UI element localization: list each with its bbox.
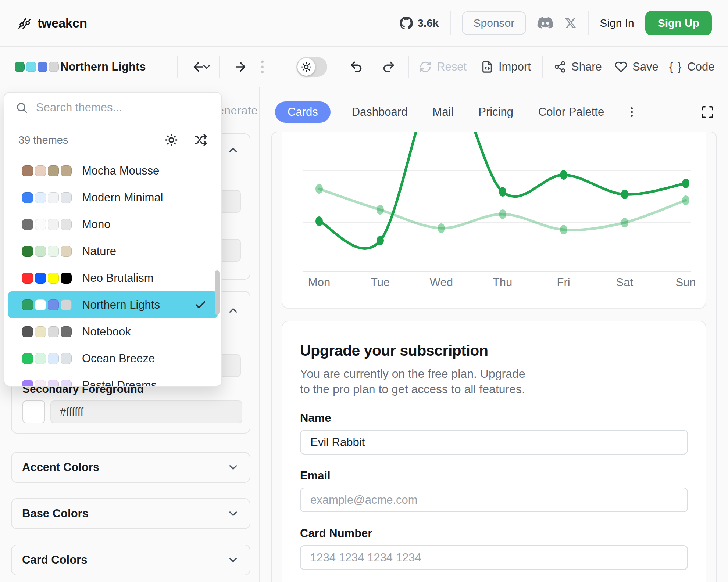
theme-swatches [22, 219, 72, 230]
secondary-foreground-swatch[interactable] [22, 400, 45, 423]
x-twitter-icon[interactable] [564, 17, 577, 29]
theme-name: Nature [82, 245, 212, 258]
theme-color-swatch [61, 219, 72, 230]
theme-color-swatch [35, 326, 46, 337]
save-button[interactable]: Save [615, 60, 659, 73]
tweakcn-app: tweakcn 3.6k Sponsor [0, 0, 728, 582]
tab-mail[interactable]: Mail [429, 101, 457, 123]
chevron-down-icon [227, 461, 239, 474]
theme-color-swatch [35, 165, 46, 176]
theme-color-swatch [61, 192, 72, 203]
toolbar-divider [177, 56, 178, 78]
theme-color-swatch [61, 246, 72, 257]
share-button[interactable]: Share [554, 60, 602, 73]
email-field[interactable] [300, 488, 688, 512]
theme-list-item[interactable]: Pastel Dreams [8, 372, 218, 387]
theme-color-swatch [35, 353, 46, 364]
name-field[interactable] [300, 430, 688, 455]
collapse-section-button[interactable] [227, 144, 239, 156]
theme-color-swatch [38, 62, 47, 72]
upgrade-description: You are currently on the free plan. Upgr… [300, 366, 688, 397]
theme-color-swatch [48, 273, 59, 284]
random-theme-button[interactable] [194, 133, 207, 147]
light-mode-filter-button[interactable] [165, 133, 178, 147]
github-star-count: 3.6k [417, 17, 439, 29]
redo-button[interactable] [382, 60, 396, 74]
theme-swatches [22, 380, 72, 387]
theme-list-item[interactable]: Northern Lights [8, 291, 218, 318]
svg-text:Sun: Sun [675, 276, 696, 289]
undo-icon [349, 60, 363, 74]
app-title: tweakcn [38, 16, 87, 30]
collapse-section-button[interactable] [227, 304, 239, 317]
svg-text:Fri: Fri [557, 276, 570, 289]
discord-icon[interactable] [537, 17, 553, 29]
theme-swatches [22, 246, 72, 257]
line-chart: MonTueWedThuFriSatSun [282, 132, 707, 308]
section-accent-colors[interactable]: Accent Colors [11, 452, 250, 483]
dropdown-scrollbar-thumb[interactable] [215, 270, 220, 315]
theme-swatches [22, 326, 72, 337]
theme-swatches [22, 299, 72, 310]
secondary-foreground-input[interactable]: #ffffff [50, 400, 242, 423]
theme-list-item[interactable]: Ocean Breeze [8, 345, 218, 372]
theme-color-swatch [35, 273, 46, 284]
preview-scroll-area[interactable]: MonTueWedThuFriSatSun Upgrade your subsc… [271, 132, 717, 582]
theme-color-swatch [15, 62, 25, 72]
kebab-icon [625, 106, 638, 118]
tab-pricing[interactable]: Pricing [475, 101, 517, 123]
editor-toolbar: Northern Lights Reset [0, 47, 728, 87]
chevron-up-icon [227, 304, 239, 317]
tabs-overflow-menu-button[interactable] [625, 106, 638, 118]
theme-list-item[interactable]: Mono [8, 211, 218, 238]
card-number-field[interactable] [300, 545, 688, 570]
light-dark-mode-toggle[interactable] [296, 57, 327, 77]
refresh-icon [419, 61, 432, 73]
theme-color-swatch [61, 353, 72, 364]
history-back-button[interactable] [191, 60, 206, 74]
section-card-colors[interactable]: Card Colors [11, 545, 250, 575]
arrow-right-icon [233, 60, 248, 74]
theme-list-item[interactable]: Mocha Mousse [8, 157, 218, 184]
sign-in-button[interactable]: Sign In [600, 17, 634, 29]
theme-picker-dropdown: 39 themes Mocha Mousse Modern Minimal Mo… [4, 92, 222, 387]
theme-color-swatch [48, 299, 59, 310]
theme-color-swatch [48, 192, 59, 203]
theme-search-row [4, 93, 221, 123]
reset-button[interactable]: Reset [419, 60, 467, 73]
theme-selector[interactable]: Northern Lights [60, 60, 212, 73]
sun-icon [297, 58, 315, 76]
fullscreen-button[interactable] [700, 105, 714, 119]
panel-resize-handle[interactable] [261, 61, 264, 73]
theme-swatches [22, 353, 72, 364]
undo-button[interactable] [349, 60, 363, 74]
tab-color-palette[interactable]: Color Palette [535, 101, 608, 123]
theme-swatches [22, 165, 72, 176]
theme-color-swatch [61, 299, 72, 310]
theme-search-input[interactable] [36, 101, 210, 114]
preview-tabbar: CardsDashboardMailPricingColor Palette [275, 101, 638, 123]
tab-cards[interactable]: Cards [275, 101, 331, 123]
current-theme-name: Northern Lights [60, 60, 146, 73]
theme-list-item[interactable]: Notebook [8, 318, 218, 345]
code-button[interactable]: { } Code [669, 60, 714, 73]
share-icon [554, 61, 566, 73]
brand[interactable]: tweakcn [16, 16, 87, 30]
theme-list-item[interactable]: Nature [8, 238, 218, 265]
sponsor-button[interactable]: Sponsor [462, 11, 527, 35]
theme-name: Mocha Mousse [82, 164, 212, 177]
theme-list-item[interactable]: Modern Minimal [8, 184, 218, 211]
theme-list-item[interactable]: Neo Brutalism [8, 265, 218, 291]
section-base-colors[interactable]: Base Colors [11, 498, 250, 529]
import-button[interactable]: Import [481, 60, 531, 73]
theme-list-controls: 39 themes [4, 123, 221, 157]
arrow-left-icon [191, 60, 206, 74]
tab-dashboard[interactable]: Dashboard [348, 101, 411, 123]
sign-up-button[interactable]: Sign Up [645, 11, 712, 35]
theme-swatches [22, 273, 72, 284]
shuffle-icon [194, 133, 207, 147]
github-link[interactable]: 3.6k [400, 17, 439, 30]
history-forward-button[interactable] [233, 60, 248, 74]
card-number-label: Card Number [300, 527, 688, 540]
header-divider [450, 11, 451, 35]
